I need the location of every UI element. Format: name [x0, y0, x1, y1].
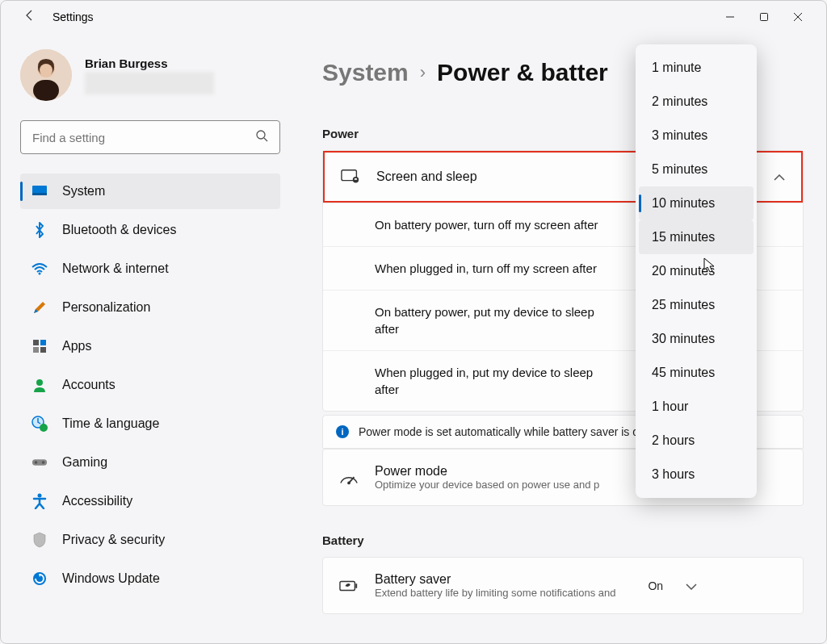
username: Brian Burgess [85, 56, 214, 70]
svg-rect-30 [355, 583, 357, 588]
dropdown-option[interactable]: 25 minutes [639, 288, 754, 322]
section-battery-label: Battery [322, 533, 804, 547]
svg-rect-1 [761, 14, 768, 21]
sidebar-item-network[interactable]: Network & internet [20, 251, 280, 286]
sidebar: Brian Burgess System Bluetooth & devices… [1, 33, 300, 643]
chevron-right-icon: › [420, 62, 426, 83]
sidebar-item-accounts[interactable]: Accounts [20, 367, 280, 403]
clock-globe-icon [31, 416, 48, 432]
screen-icon [341, 167, 360, 186]
dropdown-option[interactable]: 45 minutes [639, 356, 754, 390]
gaming-icon [31, 454, 48, 470]
nav-label: Personalization [62, 300, 150, 315]
sidebar-item-system[interactable]: System [20, 174, 280, 209]
dropdown-option-hover[interactable]: 15 minutes [639, 220, 754, 254]
search-box[interactable] [20, 120, 280, 154]
svg-point-23 [38, 494, 42, 498]
sidebar-item-gaming[interactable]: Gaming [20, 445, 280, 480]
sidebar-item-bluetooth[interactable]: Bluetooth & devices [20, 212, 280, 248]
svg-point-17 [36, 379, 43, 386]
nav-label: Privacy & security [62, 533, 165, 547]
svg-rect-16 [40, 347, 46, 353]
battery-saver-card[interactable]: Battery saver Extend battery life by lim… [322, 557, 804, 614]
maximize-button[interactable] [757, 10, 771, 24]
search-icon [255, 129, 268, 145]
battery-saver-subtitle: Extend battery life by limiting some not… [375, 587, 615, 599]
power-mode-title: Power mode [375, 464, 599, 479]
nav-label: Time & language [62, 416, 159, 431]
nav-label: Accessibility [62, 494, 132, 508]
svg-point-19 [40, 424, 48, 432]
dropdown-option-selected[interactable]: 10 minutes [639, 186, 754, 220]
nav-label: Apps [62, 339, 91, 353]
apps-icon [31, 338, 48, 354]
nav-label: Accounts [62, 378, 115, 392]
sidebar-item-privacy[interactable]: Privacy & security [20, 522, 280, 558]
info-banner-text: Power mode is set automatically while ba… [359, 425, 639, 438]
svg-point-21 [35, 461, 38, 464]
dropdown-option[interactable]: 1 minute [639, 51, 754, 85]
system-icon [31, 183, 48, 199]
dropdown-option[interactable]: 3 hours [639, 458, 754, 491]
accessibility-icon [31, 493, 48, 509]
svg-point-6 [40, 64, 52, 77]
shield-icon [31, 532, 48, 548]
sidebar-item-accessibility[interactable]: Accessibility [20, 483, 280, 519]
avatar [20, 49, 72, 101]
svg-rect-7 [33, 80, 59, 101]
nav-label: Bluetooth & devices [62, 223, 176, 237]
dropdown-option[interactable]: 5 minutes [639, 153, 754, 186]
svg-rect-14 [40, 340, 46, 345]
svg-point-12 [39, 273, 41, 275]
svg-line-9 [264, 138, 267, 141]
profile[interactable]: Brian Burgess [20, 49, 280, 101]
update-icon [31, 571, 48, 587]
screen-sleep-title: Screen and sleep [376, 169, 477, 184]
dropdown-option[interactable]: 2 minutes [639, 85, 754, 119]
nav-label: Gaming [62, 455, 107, 470]
nav-label: System [62, 184, 105, 199]
nav-label: Network & internet [62, 261, 169, 276]
dropdown-option[interactable]: 2 hours [639, 424, 754, 458]
search-input[interactable] [32, 131, 249, 144]
titlebar: Settings [1, 1, 826, 33]
minimize-button[interactable] [723, 10, 737, 24]
svg-rect-11 [32, 193, 47, 195]
sidebar-item-update[interactable]: Windows Update [20, 561, 280, 596]
back-button[interactable] [23, 9, 36, 25]
chevron-up-icon [774, 169, 785, 184]
chevron-down-icon [686, 579, 697, 593]
dropdown-option[interactable]: 1 hour [639, 390, 754, 424]
bluetooth-icon [31, 222, 48, 238]
user-email-redacted [85, 72, 214, 94]
dropdown-option[interactable]: 3 minutes [639, 119, 754, 153]
nav-list: System Bluetooth & devices Network & int… [20, 174, 280, 596]
time-dropdown[interactable]: 1 minute 2 minutes 3 minutes 5 minutes 1… [636, 44, 757, 498]
nav-label: Windows Update [62, 571, 160, 586]
close-button[interactable] [791, 10, 805, 24]
paint-icon [31, 299, 48, 316]
person-icon [31, 377, 48, 393]
svg-point-28 [347, 481, 351, 484]
gauge-icon [339, 468, 359, 487]
wifi-icon [31, 261, 48, 277]
sidebar-item-apps[interactable]: Apps [20, 328, 280, 364]
sidebar-item-time[interactable]: Time & language [20, 406, 280, 441]
battery-saver-title: Battery saver [375, 572, 615, 587]
svg-point-22 [42, 461, 45, 464]
info-icon: i [336, 425, 349, 438]
dropdown-option[interactable]: 30 minutes [639, 322, 754, 356]
svg-rect-15 [33, 347, 39, 353]
breadcrumb-parent[interactable]: System [322, 59, 409, 86]
dropdown-option[interactable]: 20 minutes [639, 254, 754, 288]
svg-point-8 [257, 131, 265, 139]
window-title: Settings [52, 10, 94, 23]
battery-saver-state: On [648, 579, 663, 592]
power-mode-subtitle: Optimize your device based on power use … [375, 479, 599, 491]
battery-leaf-icon [339, 576, 359, 596]
sidebar-item-personalization[interactable]: Personalization [20, 290, 280, 325]
svg-rect-13 [33, 340, 39, 345]
page-title: Power & batter [437, 59, 608, 86]
